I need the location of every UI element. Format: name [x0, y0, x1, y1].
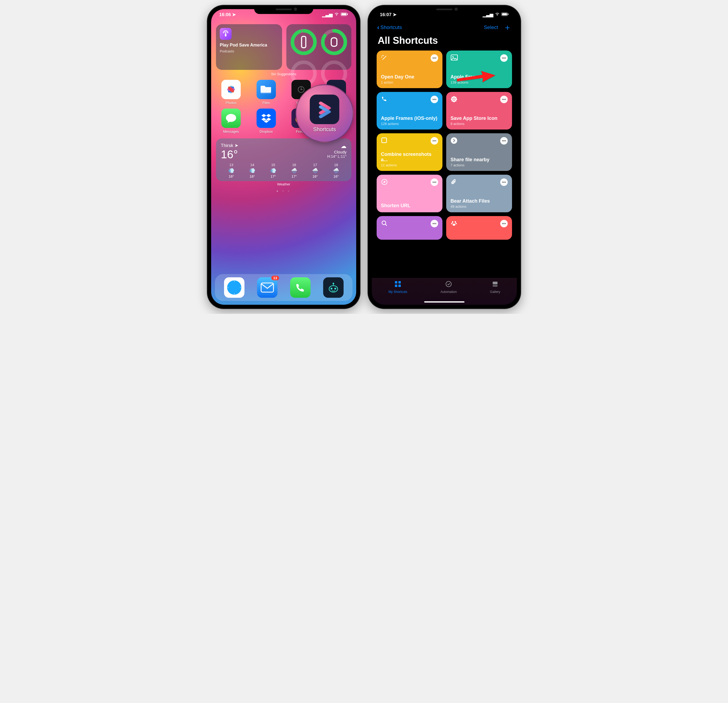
clock: 16:07	[380, 12, 391, 17]
callout-arrow	[456, 69, 496, 85]
podcasts-icon	[220, 28, 231, 40]
location-arrow-icon: ➤	[234, 143, 238, 148]
shortcut-card[interactable]: ••• Bear Attach Files 49 actions	[446, 175, 512, 212]
weather-hilo: H:14° L:11°	[327, 154, 347, 159]
app-safari[interactable]	[224, 277, 244, 298]
shortcut-name: Combine screenshots a...	[381, 152, 438, 163]
search-icon	[381, 220, 388, 229]
more-button[interactable]: •••	[500, 95, 508, 103]
svg-rect-53	[395, 281, 397, 284]
more-button[interactable]: •••	[500, 54, 508, 62]
svg-rect-58	[493, 282, 497, 284]
gallery-icon	[490, 281, 500, 289]
shortcut-card[interactable]: ••• Save App Store Icon 8 actions	[446, 92, 512, 130]
image-icon	[451, 54, 458, 62]
app-phone[interactable]	[290, 277, 311, 298]
svg-point-36	[453, 96, 455, 98]
notch	[254, 5, 313, 14]
podcast-widget[interactable]: Play Pod Save America Podcasts	[216, 24, 282, 70]
shortcuts-icon-large	[310, 95, 339, 124]
svg-point-49	[455, 221, 456, 223]
more-button[interactable]: •••	[430, 220, 438, 227]
home-indicator[interactable]	[424, 301, 464, 302]
svg-point-50	[451, 223, 452, 224]
svg-rect-23	[261, 282, 274, 293]
tab-my-shortcuts[interactable]: My Shortcuts	[389, 281, 407, 294]
grid-icon	[389, 281, 407, 289]
phone-icon	[381, 95, 387, 104]
podcast-title: Play Pod Save America	[220, 42, 278, 48]
shortcut-action-count: 11 actions	[381, 163, 438, 167]
svg-rect-56	[399, 285, 401, 287]
notch	[415, 5, 474, 14]
more-button[interactable]: •••	[500, 220, 508, 227]
shortcut-card[interactable]: ••• Shorten URL	[377, 175, 442, 212]
app-mail[interactable]: 13	[257, 277, 277, 298]
app-dropbox[interactable]: Dropbox	[251, 108, 281, 133]
page-indicator[interactable]: ● ○ ○	[216, 189, 351, 192]
tab-gallery[interactable]: Gallery	[490, 281, 500, 294]
app-files[interactable]: Files	[251, 80, 281, 105]
svg-point-35	[453, 98, 455, 100]
shortcut-name: Save App Store Icon	[451, 116, 508, 121]
weather-temp: 16°	[221, 149, 238, 160]
shortcut-action-count: 8 actions	[451, 122, 508, 126]
more-button[interactable]: •••	[430, 178, 438, 186]
shortcut-name: Bear Attach Files	[451, 198, 508, 204]
batteries-widget[interactable]	[286, 24, 351, 70]
svg-point-25	[332, 283, 334, 284]
battery-icon	[341, 12, 348, 17]
more-button[interactable]: •••	[500, 137, 508, 145]
back-button[interactable]: ‹ Shortcuts	[377, 24, 402, 31]
shortcut-card[interactable]: •••	[446, 216, 512, 240]
svg-point-43	[455, 100, 456, 101]
svg-rect-9	[331, 38, 337, 46]
page-title: All Shortcuts	[372, 33, 517, 51]
weather-hour: 18🌧️16°	[326, 163, 347, 178]
svg-point-41	[455, 97, 456, 98]
svg-point-39	[455, 98, 457, 100]
svg-point-42	[452, 100, 453, 101]
weather-widget[interactable]: Thirsk ➤ 16° ☁︎ Cloudy H:14° L:11° 13💨16…	[216, 138, 351, 181]
clock: 16:06	[219, 12, 231, 17]
svg-point-3	[225, 32, 227, 33]
messages-icon	[221, 108, 241, 128]
svg-rect-6	[302, 36, 306, 48]
app-photos[interactable]: Photos	[216, 80, 246, 105]
svg-point-28	[331, 288, 332, 290]
svg-point-45	[451, 137, 457, 144]
wifi-icon	[495, 12, 500, 17]
more-button[interactable]: •••	[430, 137, 438, 145]
shortcut-action-count: 1 action	[381, 80, 438, 84]
shortcut-card[interactable]: ••• Apple Frames (iOS-only) 128 actions	[377, 92, 442, 130]
svg-rect-32	[508, 13, 508, 15]
app-messages[interactable]: Messages	[216, 108, 246, 133]
chevron-left-icon: ‹	[377, 24, 379, 31]
wand-icon	[381, 54, 388, 63]
svg-point-48	[452, 221, 454, 223]
select-button[interactable]: Select	[484, 25, 498, 30]
app-bot[interactable]	[323, 277, 344, 298]
shortcut-card[interactable]: ••• Open Day One 1 action	[377, 51, 442, 88]
shortcut-card[interactable]: ••• Share file nearby 7 actions	[446, 133, 512, 171]
more-button[interactable]: •••	[500, 178, 508, 186]
clip-icon	[451, 178, 458, 187]
svg-point-34	[452, 56, 454, 57]
svg-point-51	[456, 223, 457, 224]
more-button[interactable]: •••	[430, 95, 438, 103]
tab-automation[interactable]: Automation	[441, 281, 457, 294]
add-button[interactable]: ＋	[503, 25, 511, 30]
more-button[interactable]: •••	[430, 54, 438, 62]
shortcut-card[interactable]: •••	[377, 216, 442, 240]
magnified-shortcuts: Shortcuts	[296, 84, 354, 142]
chevron-icon	[451, 137, 458, 146]
dock: 13	[215, 274, 352, 301]
shortcut-card[interactable]: ••• Combine screenshots a... 11 actions	[377, 133, 442, 171]
svg-rect-55	[395, 285, 397, 287]
iphone-battery-ring	[290, 27, 318, 57]
weather-hour: 16🌧️17°	[284, 163, 305, 178]
dropbox-icon	[257, 108, 276, 128]
mail-badge: 13	[271, 276, 279, 280]
shortcut-action-count: 7 actions	[451, 163, 508, 167]
magnified-label: Shortcuts	[313, 126, 336, 133]
